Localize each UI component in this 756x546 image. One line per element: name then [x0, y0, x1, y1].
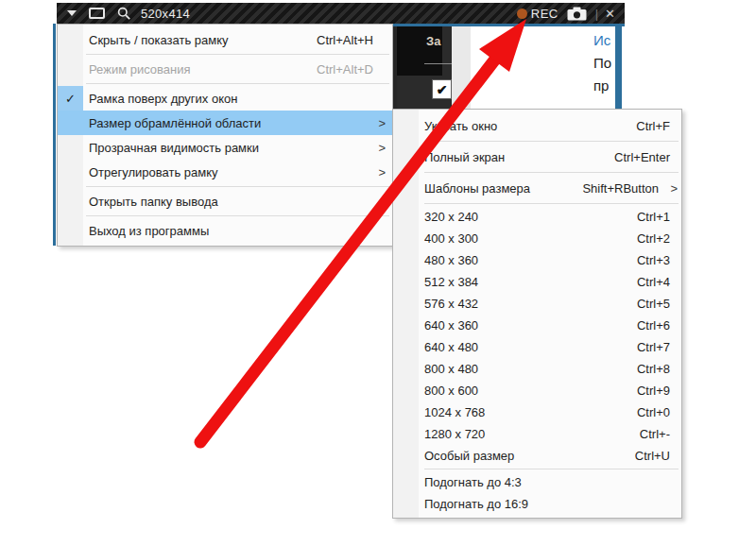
menu-item-label: 576 x 432	[424, 297, 478, 311]
background-gray-strip	[452, 26, 471, 109]
background-doc-line: Ис	[593, 32, 610, 48]
menu-item-shortcut: Shift+RButton	[582, 181, 659, 196]
capture-frame-right-border	[615, 24, 622, 111]
menu-item[interactable]: Особый размерCtrl+U	[393, 445, 681, 467]
checkmark-icon: ✓	[58, 86, 83, 111]
close-icon[interactable]: ✕	[605, 7, 615, 21]
screenshot-stage: За ✔ Ис По пр 520x414 REC |	[0, 0, 756, 546]
menu-separator	[424, 469, 679, 469]
menu-item-shortcut: Ctrl+3	[637, 253, 670, 267]
rec-dot-icon	[517, 9, 527, 19]
background-panel-separator	[424, 63, 452, 64]
menu-item-label: Подогнать до 4:3	[424, 475, 522, 489]
menu-separator	[86, 215, 389, 216]
menu-item[interactable]: 1024 x 768Ctrl+0	[393, 401, 681, 423]
background-document: Ис По пр	[471, 26, 615, 109]
check-gutter	[393, 445, 419, 467]
check-gutter	[393, 112, 419, 139]
menu-item-label: 800 x 480	[424, 362, 478, 376]
check-gutter	[393, 206, 419, 228]
menu-separator	[86, 186, 389, 187]
menu-item-shortcut: Ctrl+Enter	[614, 150, 670, 164]
menu-item-label: 1280 x 720	[424, 427, 485, 441]
menu-item[interactable]: 512 x 384Ctrl+4	[393, 271, 681, 293]
menu-item[interactable]: 400 x 300Ctrl+2	[393, 228, 681, 249]
menu-item-shortcut: Ctrl+4	[637, 275, 670, 289]
menu-item-shortcut: Ctrl+Alt+D	[317, 62, 373, 77]
rec-label: REC	[531, 7, 558, 21]
check-gutter	[58, 27, 83, 52]
check-gutter	[58, 160, 83, 184]
menu-item-label: 640 x 480	[424, 340, 478, 354]
menu-separator	[424, 203, 679, 204]
menu-item-shortcut: Ctrl+7	[637, 340, 670, 354]
menu-item[interactable]: Размер обрамлённой области>	[58, 111, 392, 135]
background-checkbox[interactable]: ✔	[432, 79, 452, 99]
menu-item-shortcut: Ctrl+-	[640, 427, 670, 441]
menu-item-label: Режим рисования	[89, 62, 191, 77]
menu-item[interactable]: Скрыть / показать рамкуCtrl+Alt+H	[58, 27, 392, 52]
background-doc-line: пр	[593, 77, 609, 94]
menu-item-shortcut: Ctrl+U	[635, 449, 670, 463]
check-gutter	[393, 471, 419, 493]
background-tab-label: За	[426, 34, 440, 48]
menu-separator	[424, 172, 679, 173]
menu-item[interactable]: 800 x 480Ctrl+8	[393, 358, 681, 380]
check-gutter	[393, 493, 419, 515]
check-gutter	[393, 293, 419, 315]
capture-size-label: 520x414	[141, 7, 190, 21]
submenu-arrow-icon: >	[378, 141, 386, 155]
menu-item[interactable]: Шаблоны размераShift+RButton>	[393, 175, 681, 201]
menu-item[interactable]: 640 x 360Ctrl+6	[393, 315, 681, 336]
camera-icon[interactable]	[567, 7, 587, 21]
menu-item-label: 800 x 600	[424, 384, 478, 398]
menu-item[interactable]: Прозрачная видимость рамки>	[58, 135, 392, 160]
magnifier-icon[interactable]	[117, 7, 131, 21]
check-gutter	[393, 144, 419, 170]
menu-separator	[86, 54, 389, 55]
menu-caret-down-icon[interactable]	[67, 10, 77, 16]
submenu-arrow-icon: >	[670, 181, 678, 196]
menu-item-label: 512 x 384	[424, 275, 478, 289]
check-gutter	[393, 249, 419, 271]
check-gutter	[58, 111, 83, 135]
submenu-arrow-icon: >	[378, 116, 386, 130]
menu-item-label: Рамка поверх других окон	[89, 92, 237, 106]
menu-item[interactable]: Выход из программы	[58, 218, 392, 243]
menu-item[interactable]: Отрегулировать рамку>	[58, 160, 392, 184]
check-gutter	[393, 175, 419, 201]
check-gutter	[393, 315, 419, 336]
check-gutter	[58, 189, 83, 213]
size-submenu: Указать окноCtrl+FПолный экранCtrl+Enter…	[392, 109, 682, 519]
check-gutter	[393, 336, 419, 358]
menu-item[interactable]: Подогнать до 16:9	[393, 493, 681, 515]
menu-item-label: 1024 x 768	[424, 405, 485, 419]
check-gutter	[58, 57, 83, 81]
menu-item[interactable]: 576 x 432Ctrl+5	[393, 293, 681, 315]
background-doc-line: По	[593, 55, 611, 71]
menu-item-shortcut: Ctrl+5	[637, 297, 670, 311]
menu-item[interactable]: Полный экранCtrl+Enter	[393, 144, 681, 170]
menu-item-label: Прозрачная видимость рамки	[89, 141, 259, 155]
menu-item[interactable]: Режим рисованияCtrl+Alt+D	[58, 57, 392, 81]
menu-item-label: 480 x 360	[424, 253, 478, 267]
menu-item-label: Подогнать до 16:9	[424, 497, 528, 511]
check-gutter	[58, 135, 83, 160]
menu-item[interactable]: ✓Рамка поверх других окон	[58, 86, 392, 111]
menu-item[interactable]: 800 x 600Ctrl+9	[393, 380, 681, 401]
menu-item[interactable]: 640 x 480Ctrl+7	[393, 336, 681, 358]
capture-frame-left-border	[53, 24, 56, 246]
menu-item[interactable]: 480 x 360Ctrl+3	[393, 249, 681, 271]
menu-item-label: Выход из программы	[89, 224, 209, 238]
menu-item-shortcut: Ctrl+8	[637, 362, 670, 376]
menu-item[interactable]: Открыть папку вывода	[58, 189, 392, 213]
frame-rectangle-icon[interactable]	[89, 8, 105, 19]
menu-item[interactable]: Указать окноCtrl+F	[393, 112, 681, 139]
menu-item[interactable]: Подогнать до 4:3	[393, 471, 681, 493]
titlebar-separator: |	[595, 7, 598, 21]
menu-item-label: Полный экран	[424, 150, 505, 164]
checkbox-check-icon: ✔	[437, 82, 448, 97]
menu-item-label: 640 x 360	[424, 318, 478, 333]
menu-item[interactable]: 320 x 240Ctrl+1	[393, 206, 681, 228]
menu-item[interactable]: 1280 x 720Ctrl+-	[393, 423, 681, 445]
